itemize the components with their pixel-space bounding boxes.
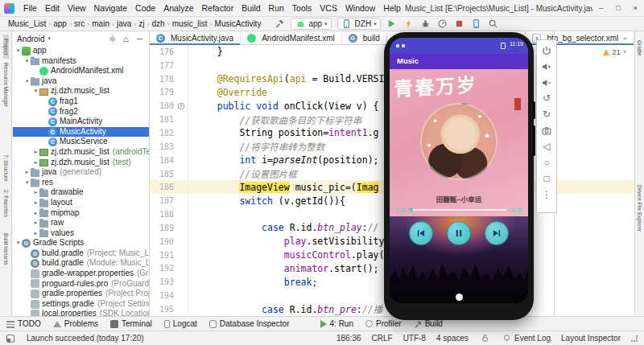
tree-item-androidmanifest-xml[interactable]: AndroidManifest.xml xyxy=(13,66,149,76)
tree-item-manifests[interactable]: ▾manifests xyxy=(13,56,149,67)
tree-item-zj-dzh-music-list[interactable]: ▾zj.dzh.music_list xyxy=(13,86,149,97)
tool-stripe-resource-manager[interactable]: Resource Manager xyxy=(3,59,9,111)
menu-code[interactable]: Code xyxy=(131,2,159,14)
menu-tools[interactable]: Tools xyxy=(288,2,316,14)
tab-androidmanifest-xml[interactable]: AndroidManifest.xml xyxy=(241,31,342,44)
file-encoding[interactable]: UTF-8 xyxy=(403,334,426,343)
tool-window-button-profiler[interactable]: Profiler xyxy=(365,319,402,328)
tree-item-settings-gradle-project-settings[interactable]: settings.gradle(Project Settings) xyxy=(13,299,149,310)
line-separator[interactable]: CRLF xyxy=(372,334,393,343)
breadcrumb-item-src[interactable]: src xyxy=(72,19,86,28)
search-everywhere-button[interactable] xyxy=(488,18,499,30)
volume-up-icon[interactable] xyxy=(540,60,554,73)
home-button[interactable] xyxy=(456,294,463,301)
maximize-button[interactable]: □ xyxy=(609,4,626,12)
tree-item-local-properties-sdk-location[interactable]: local.properties(SDK Location) xyxy=(13,309,149,316)
tool-stripe-2-favorites[interactable]: 2: Favorites xyxy=(3,186,9,221)
breadcrumb-item-dzh[interactable]: dzh xyxy=(151,19,167,28)
breadcrumb-item-zj[interactable]: zj xyxy=(137,19,146,28)
tree-item-build-gradle-module-music-list-app[interactable]: Gbuild.gradle(Module: Music_List.app) xyxy=(13,258,149,269)
power-icon[interactable] xyxy=(540,43,554,57)
menu-window[interactable]: Window xyxy=(341,2,379,14)
screenshot-icon[interactable] xyxy=(540,124,554,138)
overview-icon[interactable]: □ xyxy=(540,172,554,186)
next-track-button[interactable] xyxy=(485,221,509,245)
resize-grip[interactable] xyxy=(631,335,638,342)
tool-stripe-device-file-explorer[interactable]: Device File Explorer xyxy=(637,181,642,236)
tree-item-gradle-scripts[interactable]: ▾GGradle Scripts xyxy=(13,238,149,248)
inspections-widget[interactable]: 21 ˅ xyxy=(603,47,626,56)
seek-bar[interactable] xyxy=(409,209,506,211)
status-message[interactable]: Launch succeeded (today 17:20) xyxy=(27,334,326,343)
tree-item-mipmap[interactable]: ▸mipmap xyxy=(13,208,149,219)
collapse-all-icon[interactable] xyxy=(120,33,131,44)
breadcrumb-item-app[interactable]: app xyxy=(52,19,68,28)
build-project-button[interactable] xyxy=(274,18,285,30)
menu-navigate[interactable]: Navigate xyxy=(90,2,131,14)
tool-window-button-terminal[interactable]: Terminal xyxy=(110,319,152,328)
breadcrumb-item-musicactivity[interactable]: MusicActivity xyxy=(213,19,263,28)
menu-edit[interactable]: Edit xyxy=(41,2,64,14)
tree-item-layout[interactable]: ▸layout xyxy=(13,198,149,208)
menu-build[interactable]: Build xyxy=(237,2,264,14)
tree-item-values[interactable]: ▸values xyxy=(13,228,149,239)
tool-window-button-build[interactable]: Build xyxy=(414,319,443,328)
tool-stripe-project[interactable]: Project xyxy=(3,35,9,59)
tool-window-button-logcat[interactable]: Logcat xyxy=(164,319,197,328)
tool-window-button-problems[interactable]: Problems xyxy=(53,319,98,328)
tree-item-frag1[interactable]: Cfrag1 xyxy=(13,97,149,107)
tree-item-app[interactable]: ▾app xyxy=(13,46,149,56)
tree-item-java-generated[interactable]: ▸java(generated) xyxy=(13,167,149,178)
menu-file[interactable]: File xyxy=(19,2,41,14)
event-log-button[interactable]: Event Log xyxy=(501,333,551,344)
tree-item-gradle-wrapper-properties-gradle-version[interactable]: gradle-wrapper.properties(Gradle Version… xyxy=(13,269,149,279)
rotate-left-icon[interactable]: ↺ xyxy=(540,92,554,105)
close-button[interactable]: × xyxy=(627,4,644,12)
project-settings-icon[interactable] xyxy=(106,33,118,44)
tree-item-musicactivity[interactable]: CMusicActivity xyxy=(13,127,149,138)
menu-run[interactable]: Run xyxy=(265,2,288,14)
menu-refactor[interactable]: Refactor xyxy=(198,2,238,14)
breadcrumb-item-main[interactable]: main xyxy=(90,19,111,28)
target-device-select[interactable]: DZH ▾ xyxy=(337,18,381,30)
tool-window-button-4-run[interactable]: 4: Run xyxy=(320,319,353,328)
apply-changes-button[interactable] xyxy=(403,18,415,30)
volume-down-icon[interactable] xyxy=(540,76,554,89)
readonly-lock-icon[interactable] xyxy=(479,333,490,344)
tree-item-mainactivity[interactable]: CMainActivity xyxy=(13,117,149,127)
debug-button[interactable] xyxy=(420,18,431,30)
tree-item-drawable[interactable]: ▸drawable xyxy=(13,187,149,198)
menu-vcs[interactable]: VCS xyxy=(316,2,341,14)
rotate-right-icon[interactable]: ↻ xyxy=(540,108,554,121)
home-icon[interactable]: ○ xyxy=(540,156,554,170)
breadcrumb-item-java[interactable]: java xyxy=(115,19,133,28)
tree-item-proguard-rules-pro-proguard-rules-for-m[interactable]: proguard-rules.pro(ProGuard Rules for M xyxy=(13,279,149,290)
close-tab-icon[interactable]: × xyxy=(623,35,627,42)
tool-window-switcher-icon[interactable] xyxy=(6,335,14,343)
tool-stripe-gradle[interactable]: Gradle xyxy=(637,36,642,60)
tool-window-button-database-inspector[interactable]: Database Inspector xyxy=(209,319,290,328)
tree-item-res[interactable]: ▾res xyxy=(13,178,149,188)
tool-stripe-7-structure[interactable]: 7: Structure xyxy=(3,150,9,186)
minimize-button[interactable]: – xyxy=(592,4,609,12)
menu-analyze[interactable]: Analyze xyxy=(159,2,197,14)
tree-item-frag2[interactable]: Cfrag2 xyxy=(13,107,149,117)
tree-item-java[interactable]: ▾java xyxy=(13,76,149,87)
stop-button[interactable] xyxy=(454,18,465,30)
layout-inspector-button[interactable]: Layout Inspector xyxy=(561,334,621,343)
tab-musicactivity-java[interactable]: CMusicActivity.java xyxy=(150,31,241,44)
profile-button[interactable] xyxy=(437,18,448,30)
project-tree[interactable]: ▾app▾manifestsAndroidManifest.xml▾java▾z… xyxy=(13,46,149,316)
run-button[interactable] xyxy=(386,18,398,30)
tree-item-zj-dzh-music-list-test[interactable]: ▸zj.dzh.music_list(test) xyxy=(13,158,149,168)
menu-help[interactable]: Help xyxy=(379,2,405,14)
phone-screen[interactable]: 11:19 Music 青春万岁 田馥甄--小幸运 0:00 04:26 xyxy=(390,38,528,303)
tree-item-build-gradle-project-music-list[interactable]: Gbuild.gradle(Project: Music_List) xyxy=(13,248,149,259)
tree-item-zj-dzh-music-list-androidtest[interactable]: ▸zj.dzh.music_list(androidTest) xyxy=(13,147,149,158)
run-configuration-select[interactable]: app ▾ xyxy=(291,18,331,30)
back-icon[interactable]: ◁ xyxy=(540,140,554,154)
indent-setting[interactable]: 4 spaces xyxy=(436,334,469,343)
breadcrumb-item-music-list[interactable]: music_list xyxy=(171,19,209,28)
tab-build[interactable]: Gbuild xyxy=(342,31,387,44)
breadcrumb-item-music-list[interactable]: Music_List xyxy=(6,19,47,28)
